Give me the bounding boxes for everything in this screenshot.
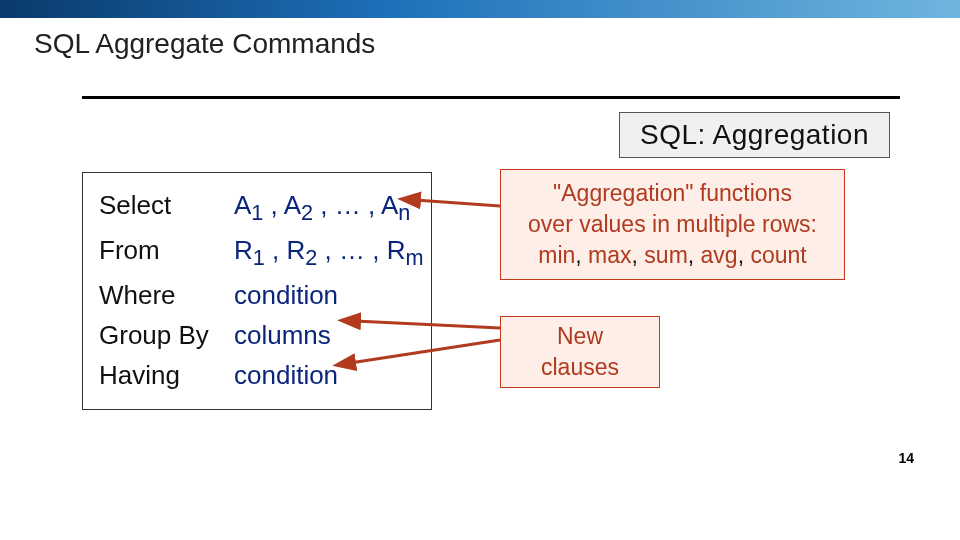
sql-row-select: Select A1 , A2 , … , An [99,185,415,230]
fn-min: min [538,242,575,268]
sql-syntax-box: Select A1 , A2 , … , An From R1 , R2 , …… [82,172,432,410]
sql-row-where: Where condition [99,275,415,315]
sql-args: condition [234,275,338,315]
sql-aggregation-badge: SQL: Aggregation [619,112,890,158]
sql-row-groupby: Group By columns [99,315,415,355]
callout-aggregation-functions: "Aggregation" functions over values in m… [500,169,845,280]
slide-content: SQL: Aggregation Select A1 , A2 , … , An… [0,68,960,538]
sql-keyword: Group By [99,315,234,355]
callout-line1: "Aggregation" functions [517,178,828,209]
sql-row-having: Having condition [99,355,415,395]
callout-function-list: min, max, sum, avg, count [517,240,828,271]
horizontal-divider [82,96,900,99]
sql-args: columns [234,315,331,355]
sql-keyword: Having [99,355,234,395]
callout-new-clauses: New clauses [500,316,660,388]
page-number: 14 [898,450,914,466]
sql-args: condition [234,355,338,395]
fn-max: max [588,242,631,268]
sql-keyword: From [99,230,234,275]
fn-avg: avg [701,242,738,268]
sql-args: A1 , A2 , … , An [234,185,410,230]
sql-args: R1 , R2 , … , Rm [234,230,424,275]
sql-keyword: Select [99,185,234,230]
accent-top-bar [0,0,960,18]
slide-title: SQL Aggregate Commands [0,18,960,68]
sql-keyword: Where [99,275,234,315]
fn-sum: sum [644,242,687,268]
callout-line2: over values in multiple rows: [517,209,828,240]
fn-count: count [750,242,806,268]
sql-row-from: From R1 , R2 , … , Rm [99,230,415,275]
